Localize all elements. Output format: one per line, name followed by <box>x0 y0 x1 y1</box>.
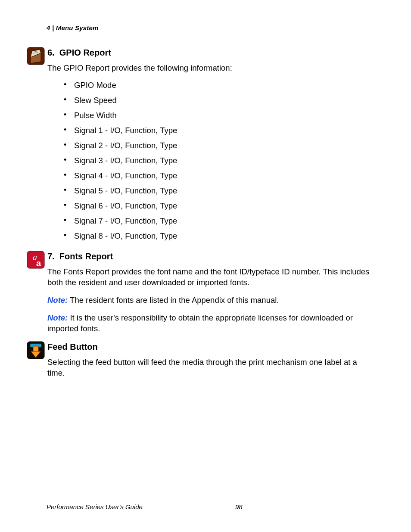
fonts-note-1: Note: The resident fonts are listed in t… <box>47 295 371 306</box>
printer-report-icon <box>27 47 45 65</box>
section-feed-button: Feed Button Selecting the feed button wi… <box>27 341 371 379</box>
feed-intro: Selecting the feed button will feed the … <box>47 357 371 379</box>
list-item: Signal 5 - I/O, Function, Type <box>64 184 371 199</box>
list-item-text: Signal 7 - I/O, Function, Type <box>74 216 177 225</box>
list-item-text: Signal 3 - I/O, Function, Type <box>74 156 177 165</box>
page-footer: Performance Series User's Guide 98 <box>47 499 371 511</box>
list-item: Slew Speed <box>64 93 371 108</box>
heading-text: GPIO Report <box>59 48 111 57</box>
section-gpio-report: 6. GPIO Report The GPIO Report provides … <box>27 47 371 244</box>
list-item-text: Slew Speed <box>74 96 117 105</box>
list-item-text: Signal 8 - I/O, Function, Type <box>74 231 177 240</box>
heading-number: 7. <box>47 252 55 261</box>
running-header: 4 | Menu System <box>47 24 371 32</box>
list-item: Signal 7 - I/O, Function, Type <box>64 214 371 229</box>
footer-doc-title: Performance Series User's Guide <box>47 503 143 511</box>
heading-feed: Feed Button <box>47 341 371 353</box>
list-item-text: Signal 4 - I/O, Function, Type <box>74 171 177 180</box>
header-sep: | <box>50 24 56 31</box>
svg-rect-10 <box>33 346 38 352</box>
fonts-icon: a a <box>27 251 45 269</box>
list-item: Signal 1 - I/O, Function, Type <box>64 123 371 138</box>
heading-number: 6. <box>47 48 55 57</box>
list-item-text: Pulse Width <box>74 111 117 120</box>
chapter-title: Menu System <box>56 24 99 31</box>
list-item: Signal 6 - I/O, Function, Type <box>64 199 371 214</box>
gpio-list: GPIO Mode Slew Speed Pulse Width Signal … <box>47 78 371 244</box>
footer-divider <box>47 499 371 499</box>
list-item-text: Signal 6 - I/O, Function, Type <box>74 201 177 210</box>
page: 4 | Menu System 6. GPIO Report The GPIO … <box>0 0 411 532</box>
section-fonts-report: a a 7. Fonts Report The Fonts Report pro… <box>27 251 371 334</box>
list-item: Signal 4 - I/O, Function, Type <box>64 168 371 184</box>
heading-text: Fonts Report <box>59 252 113 261</box>
note-label: Note: <box>47 313 68 322</box>
footer-page-number: 98 <box>235 503 243 511</box>
list-item-text: GPIO Mode <box>74 81 116 90</box>
feed-arrow-icon <box>27 341 45 359</box>
list-item: Signal 3 - I/O, Function, Type <box>64 153 371 168</box>
note-label: Note: <box>47 296 68 305</box>
svg-text:a: a <box>36 258 41 268</box>
fonts-intro: The Fonts Report provides the font name … <box>47 267 371 288</box>
heading-fonts: 7. Fonts Report <box>47 251 371 262</box>
list-item-text: Signal 1 - I/O, Function, Type <box>74 126 177 135</box>
note-text: The resident fonts are listed in the App… <box>68 296 279 305</box>
list-item-text: Signal 5 - I/O, Function, Type <box>74 186 177 195</box>
list-item: Signal 8 - I/O, Function, Type <box>64 229 371 244</box>
list-item: Pulse Width <box>64 108 371 123</box>
chapter-number: 4 <box>47 24 50 31</box>
gpio-intro: The GPIO Report provides the following i… <box>47 63 371 74</box>
note-text: It is the user's responsibility to obtai… <box>47 313 353 333</box>
list-item-text: Signal 2 - I/O, Function, Type <box>74 141 177 150</box>
heading-gpio: 6. GPIO Report <box>47 47 371 59</box>
list-item: Signal 2 - I/O, Function, Type <box>64 138 371 153</box>
fonts-note-2: Note: It is the user's responsibility to… <box>47 313 371 334</box>
list-item: GPIO Mode <box>64 78 371 93</box>
